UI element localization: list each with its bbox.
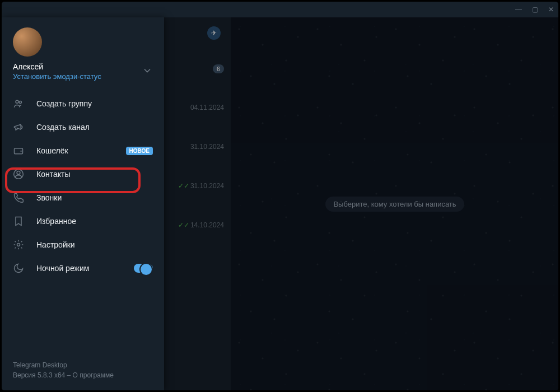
menu-wallet[interactable]: Кошелёк НОВОЕ [2,139,164,162]
drawer-footer: Telegram Desktop Версия 5.8.3 x64 – О пр… [2,352,164,390]
moon-icon [13,263,24,274]
menu-label: Звонки [36,193,62,202]
gear-icon [13,239,24,250]
app-name: Telegram Desktop [13,360,153,370]
chevron-down-icon[interactable] [142,65,153,78]
menu-settings[interactable]: Настройки [2,233,164,256]
menu-label: Ночной режим [36,264,89,273]
main-menu-drawer: Алексей Установить эмодзи-статус Создать… [2,17,164,390]
menu-label: Создать канал [36,123,90,132]
menu-create-group[interactable]: Создать группу [2,92,164,115]
maximize-button[interactable]: ▢ [532,6,538,13]
menu-calls[interactable]: Звонки [2,186,164,209]
svg-point-1 [19,101,21,103]
contact-icon [13,169,24,180]
svg-point-5 [17,244,20,246]
phone-icon [13,192,24,203]
new-badge: НОВОЕ [126,147,153,155]
about-link[interactable]: О программе [73,371,114,379]
menu-contacts[interactable]: Контакты [2,162,164,186]
svg-point-3 [17,171,20,175]
menu-label: Кошелёк [36,146,68,155]
menu-label: Создать группу [36,99,92,108]
menu-list: Создать группу Создать канал Кошелёк НОВ… [2,87,164,284]
menu-night-mode[interactable]: Ночной режим [2,256,164,280]
menu-create-channel[interactable]: Создать канал [2,115,164,139]
menu-label: Настройки [36,240,75,249]
profile-name: Алексей [13,62,101,71]
svg-point-0 [16,100,18,103]
version-text: Версия 5.8.3 x64 – [13,371,73,379]
close-button[interactable]: ✕ [548,6,554,13]
avatar[interactable] [13,27,42,57]
menu-saved[interactable]: Избранное [2,209,164,233]
menu-label: Избранное [36,217,76,226]
megaphone-icon [13,122,24,133]
profile-section: Алексей Установить эмодзи-статус [2,17,164,87]
titlebar: — ▢ ✕ [2,2,558,17]
minimize-button[interactable]: — [515,6,522,13]
bookmark-icon [13,216,24,227]
group-icon [13,98,24,109]
night-mode-toggle[interactable] [134,264,153,273]
set-emoji-status-link[interactable]: Установить эмодзи-статус [13,72,101,81]
wallet-icon [13,145,24,156]
menu-label: Контакты [36,170,70,179]
app-window: — ▢ ✕ ✈ 6 …gram Premium б… 04.11.2024 [0,0,560,392]
